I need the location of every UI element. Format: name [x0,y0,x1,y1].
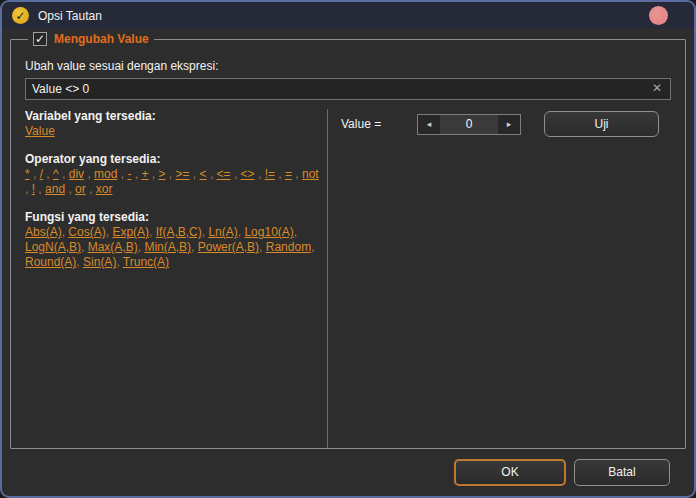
operator-link[interactable]: < [200,167,207,181]
list-separator: , [259,240,266,254]
check-badge-icon: ✓ [12,7,29,24]
function-link[interactable]: Sin(A) [83,255,116,269]
mengubah-value-checkbox[interactable]: ✓ [33,32,47,46]
functions-header: Fungsi yang tersedia: [25,210,321,224]
variables-header: Variabel yang tersedia: [25,109,321,123]
list-separator: , [59,167,69,181]
reference-panel: Variabel yang tersedia: Value Operator y… [25,109,327,450]
test-button[interactable]: Uji [544,111,659,137]
function-link[interactable]: Min(A,B) [144,240,191,254]
list-separator: , [43,167,53,181]
list-separator: , [294,225,297,239]
expression-input-wrap: ✕ [25,78,671,100]
cancel-button[interactable]: Batal [574,459,670,486]
list-separator: , [292,167,302,181]
close-button[interactable] [649,6,668,25]
ok-button[interactable]: OK [454,459,566,486]
list-separator: , [30,167,40,181]
spinner-increment-icon[interactable]: ▸ [498,115,520,134]
operator-link[interactable]: not [302,167,319,181]
operator-link[interactable]: div [69,167,84,181]
spinner-decrement-icon[interactable]: ◂ [418,115,440,134]
list-separator: , [311,240,314,254]
function-link[interactable]: Ln(A) [208,225,237,239]
operator-link[interactable]: <> [241,167,255,181]
mengubah-value-label[interactable]: Mengubah Value [54,32,149,46]
function-link[interactable]: Max(A,B) [88,240,138,254]
function-link[interactable]: Cos(A) [68,225,105,239]
dialog-footer: OK Batal [2,449,694,495]
operators-header: Operator yang tersedia: [25,152,321,166]
spinner-value[interactable]: 0 [440,115,498,134]
function-link[interactable]: Exp(A) [112,225,149,239]
function-link[interactable]: Trunc(A) [123,255,169,269]
value-spinner: ◂ 0 ▸ [417,114,521,135]
list-separator: , [117,167,127,181]
list-separator: , [84,167,94,181]
list-separator: , [231,167,241,181]
list-separator: , [207,167,217,181]
value-equals-label: Value = [341,117,417,131]
list-separator: , [191,240,198,254]
function-link[interactable]: If(A,B,C) [156,225,202,239]
operator-link[interactable]: xor [96,182,113,196]
function-link[interactable]: Power(A,B) [198,240,259,254]
function-link[interactable]: Round(A) [25,255,76,269]
list-separator: , [25,182,32,196]
window-title: Opsi Tautan [38,9,102,23]
function-link[interactable]: Log10(A) [244,225,293,239]
list-separator: , [35,182,45,196]
function-link[interactable]: Random [266,240,311,254]
dialog-window: ✓ Opsi Tautan ✓ Mengubah Value Ubah valu… [0,0,696,498]
mengubah-value-groupbox: ✓ Mengubah Value Ubah value sesuai denga… [10,32,686,449]
list-separator: , [190,167,200,181]
operator-link[interactable]: mod [94,167,117,181]
value-test-row: Value = ◂ 0 ▸ Uji [341,111,671,137]
list-separator: , [86,182,96,196]
list-separator: , [275,167,285,181]
test-panel: Value = ◂ 0 ▸ Uji [328,109,671,450]
list-separator: , [131,167,141,181]
list-separator: , [149,225,156,239]
operator-link[interactable]: <= [217,167,231,181]
operator-link[interactable]: and [45,182,65,196]
operator-link[interactable]: != [265,167,275,181]
clear-input-icon[interactable]: ✕ [652,81,662,95]
title-bar[interactable]: ✓ Opsi Tautan [2,2,694,29]
list-separator: , [81,240,88,254]
list-separator: , [255,167,265,181]
operator-link[interactable]: >= [176,167,190,181]
list-separator: , [148,167,158,181]
content-columns: Variabel yang tersedia: Value Operator y… [25,109,671,450]
function-link[interactable]: Abs(A) [25,225,62,239]
operator-link[interactable]: or [75,182,86,196]
list-separator: , [65,182,75,196]
variable-link[interactable]: Value [25,124,55,138]
operator-link[interactable]: = [285,167,292,181]
expression-label: Ubah value sesuai dengan ekspresi: [25,59,671,73]
operator-links: * , / , ^ , div , mod , - , + , > , >= ,… [25,167,321,197]
function-link[interactable]: LogN(A,B) [25,240,81,254]
expression-input[interactable] [25,78,671,100]
list-separator: , [165,167,175,181]
variable-links: Value [25,124,321,139]
groupbox-legend: ✓ Mengubah Value [28,32,154,46]
function-links: Abs(A), Cos(A), Exp(A), If(A,B,C), Ln(A)… [25,225,321,270]
